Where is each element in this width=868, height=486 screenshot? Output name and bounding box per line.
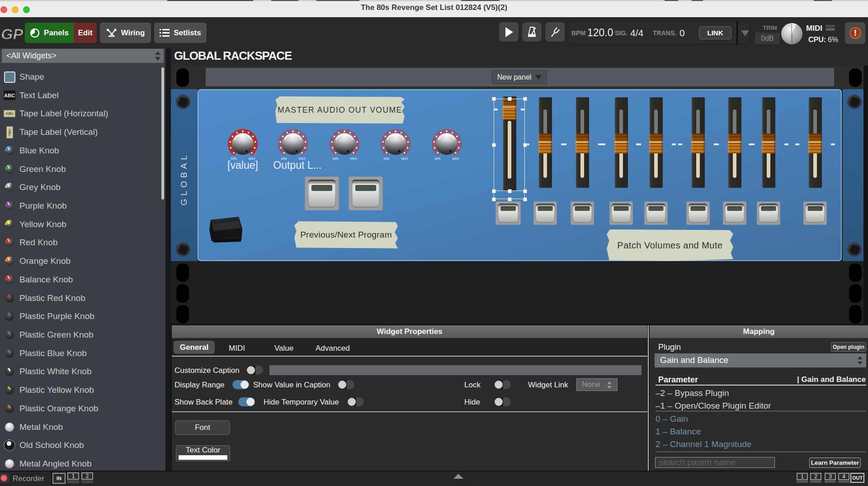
svg-text:GP: GP <box>1 25 23 43</box>
svg-text:MIN: MIN <box>435 157 441 160</box>
svg-text:MAX: MAX <box>401 157 408 160</box>
svg-text:MAX: MAX <box>452 157 459 160</box>
svg-text:MIN: MIN <box>384 157 390 160</box>
svg-text:MAX: MAX <box>350 157 357 160</box>
